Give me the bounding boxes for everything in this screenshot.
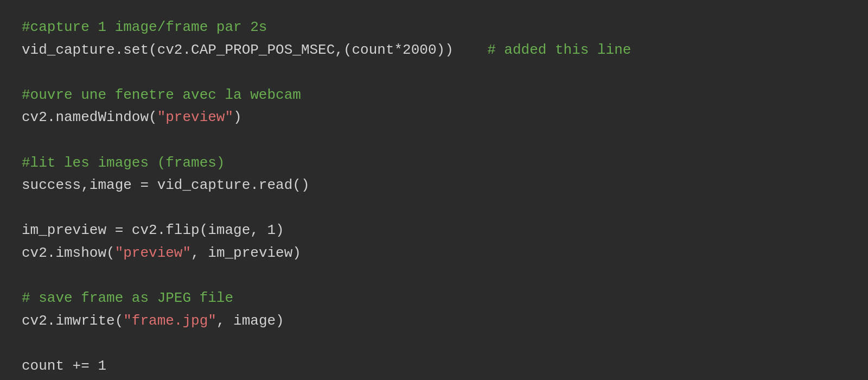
line-11-str: "preview" [115, 245, 191, 261]
line-15-empty [22, 332, 846, 355]
line-2: vid_capture.set(cv2.CAP_PROP_POS_MSEC,(c… [22, 39, 846, 62]
line-5-pre: cv2.namedWindow( [22, 109, 157, 125]
line-5-str: "preview" [157, 109, 233, 125]
line-14-pre: cv2.imwrite( [22, 313, 123, 329]
line-9-empty [22, 197, 846, 220]
line-16: count += 1 [22, 355, 846, 378]
line-14: cv2.imwrite("frame.jpg", image) [22, 310, 846, 333]
line-12-empty [22, 265, 846, 288]
line-4: #ouvre une fenetre avec la webcam [22, 84, 846, 107]
line-5-post: ) [233, 109, 242, 125]
line-10: im_preview = cv2.flip(image, 1) [22, 219, 846, 242]
line-14-str: "frame.jpg" [123, 313, 216, 329]
line-13: # save frame as JPEG file [22, 287, 846, 310]
line-8: success,image = vid_capture.read() [22, 174, 846, 197]
line-11: cv2.imshow("preview", im_preview) [22, 242, 846, 265]
line-1: #capture 1 image/frame par 2s [22, 16, 846, 39]
line-2-code: vid_capture.set(cv2.CAP_PROP_POS_MSEC,(c… [22, 42, 487, 58]
line-11-post: , im_preview) [191, 245, 301, 261]
line-11-pre: cv2.imshow( [22, 245, 115, 261]
line-6-empty [22, 129, 846, 152]
line-14-post: , image) [216, 313, 284, 329]
line-7: #lit les images (frames) [22, 152, 846, 175]
line-2-comment: # added this line [487, 42, 631, 58]
line-5: cv2.namedWindow("preview") [22, 106, 846, 129]
line-3-empty [22, 61, 846, 84]
line-17: frame = cv2.imread('frame.jpg') [22, 378, 846, 381]
code-editor: #capture 1 image/frame par 2s vid_captur… [0, 0, 868, 380]
